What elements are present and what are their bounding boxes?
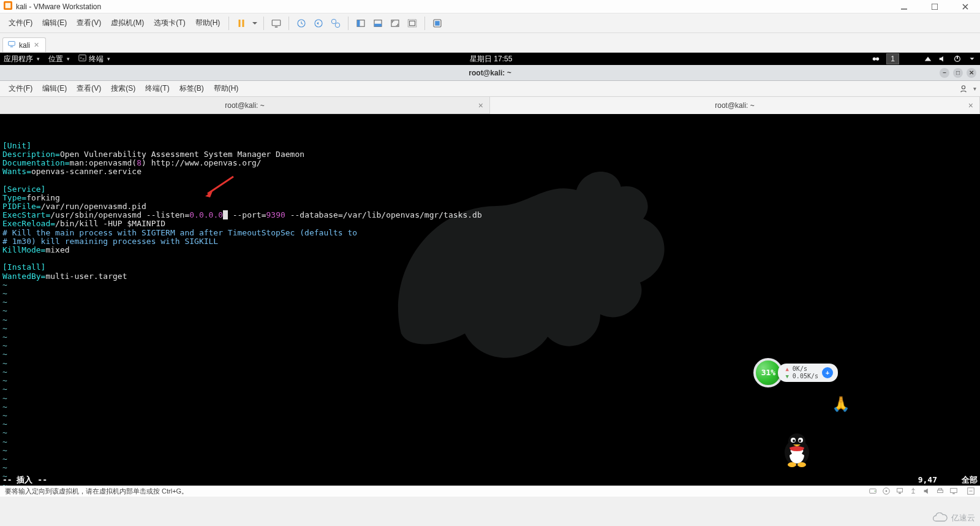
device-printer-icon[interactable] xyxy=(936,487,944,497)
term-menu-help[interactable]: 帮助(H) xyxy=(209,81,244,96)
kali-places-menu[interactable]: 位置▾ xyxy=(48,54,70,64)
cloud-icon xyxy=(932,513,949,524)
status-menu-button[interactable] xyxy=(967,487,975,497)
separator-icon xyxy=(228,17,229,30)
svg-rect-6 xyxy=(273,20,281,25)
svg-point-24 xyxy=(873,57,876,60)
svg-rect-46 xyxy=(951,488,957,492)
tray-dropdown-icon[interactable] xyxy=(968,55,976,63)
speed-monitor-widget[interactable]: 31% ▲ 0K/s ▼ 0.05K/s + 🙏 xyxy=(753,358,838,387)
watermark-logo: 亿速云 xyxy=(932,513,975,524)
term-menu-file[interactable]: 文件(F) xyxy=(4,81,37,96)
menu-help[interactable]: 帮助(H) xyxy=(190,15,225,31)
send-ctrl-alt-del-button[interactable] xyxy=(268,15,285,32)
term-menu-search[interactable]: 搜索(S) xyxy=(106,81,140,96)
menu-file[interactable]: 文件(F) xyxy=(4,15,37,31)
svg-point-41 xyxy=(886,490,888,492)
kali-clock[interactable]: 星期日 17:55 xyxy=(470,54,512,64)
svg-rect-17 xyxy=(410,21,415,26)
tray-network-icon[interactable] xyxy=(924,55,932,63)
kali-window-close-button[interactable]: ✕ xyxy=(967,68,976,78)
snapshot-take-button[interactable] xyxy=(293,15,310,32)
monitor-icon xyxy=(8,40,15,50)
svg-rect-7 xyxy=(275,26,278,28)
qq-penguin-icon[interactable] xyxy=(758,421,797,460)
term-menu-edit[interactable]: 编辑(E) xyxy=(37,81,72,96)
close-tab-button[interactable]: ✕ xyxy=(34,41,39,49)
menu-view[interactable]: 查看(V) xyxy=(72,15,106,31)
window-close-button[interactable] xyxy=(953,1,978,13)
device-display-icon[interactable] xyxy=(949,487,958,497)
tray-record-icon[interactable] xyxy=(872,55,880,63)
annotation-arrow-icon xyxy=(185,167,216,189)
term-profile-button[interactable] xyxy=(957,83,970,95)
menu-tabs[interactable]: 选项卡(T) xyxy=(149,15,190,31)
kali-terminal-menu[interactable]: 终端▾ xyxy=(78,54,110,64)
terminal-tab-2-active[interactable]: root@kali: ~ × xyxy=(490,97,980,114)
term-menu-view[interactable]: 查看(V) xyxy=(72,81,106,96)
svg-point-28 xyxy=(962,85,965,88)
kali-apps-menu[interactable]: 应用程序▾ xyxy=(4,54,40,64)
device-hdd-icon[interactable] xyxy=(869,487,877,497)
kali-window-maximize-button[interactable]: □ xyxy=(953,68,963,78)
tray-workspace-indicator[interactable]: 1 xyxy=(886,53,899,64)
kali-terminal-menu-bar: 文件(F) 编辑(E) 查看(V) 搜索(S) 终端(T) 标签(B) 帮助(H… xyxy=(0,81,980,97)
pause-button[interactable] xyxy=(233,15,250,32)
svg-rect-23 xyxy=(79,55,86,61)
svg-point-34 xyxy=(793,440,795,442)
svg-rect-5 xyxy=(243,20,244,27)
svg-point-10 xyxy=(332,19,337,24)
separator-icon xyxy=(348,17,349,30)
terminal-tab-1[interactable]: root@kali: ~ × xyxy=(0,97,490,114)
chevron-down-icon[interactable]: ▾ xyxy=(973,85,976,92)
kali-window-titlebar[interactable]: root@kali: ~ – □ ✕ xyxy=(0,65,980,81)
device-usb-icon[interactable] xyxy=(909,487,918,497)
kali-top-bar: 应用程序▾ 位置▾ 终端▾ 星期日 17:55 1 xyxy=(0,53,980,65)
svg-point-25 xyxy=(876,57,879,60)
vmware-title-bar: kali - VMware Workstation xyxy=(0,0,980,13)
kali-dragon-icon xyxy=(350,132,669,390)
svg-rect-42 xyxy=(897,488,903,492)
view-fullscreen-button[interactable] xyxy=(404,15,421,32)
device-cd-icon[interactable] xyxy=(882,487,891,497)
term-menu-terminal[interactable]: 终端(T) xyxy=(140,81,174,96)
tray-power-icon[interactable] xyxy=(953,55,962,63)
close-icon[interactable]: × xyxy=(478,101,483,110)
kali-window-title-text: root@kali: ~ xyxy=(469,69,511,77)
vm-tab-kali[interactable]: kali ✕ xyxy=(2,37,46,52)
svg-rect-2 xyxy=(901,9,907,10)
snapshot-manager-button[interactable] xyxy=(327,15,344,32)
menu-vm[interactable]: 虚拟机(M) xyxy=(106,15,149,31)
svg-rect-21 xyxy=(9,42,15,46)
vim-extent: 全部 xyxy=(962,476,978,484)
menu-edit[interactable]: 编辑(E) xyxy=(37,15,72,31)
view-single-button[interactable] xyxy=(352,15,369,32)
svg-rect-22 xyxy=(10,47,13,47)
svg-rect-13 xyxy=(357,20,360,26)
term-menu-tabs[interactable]: 标签(B) xyxy=(175,81,209,96)
svg-rect-3 xyxy=(932,4,938,10)
vmware-title-text: kali - VMware Workstation xyxy=(16,2,101,11)
svg-rect-4 xyxy=(239,20,241,27)
device-net-icon[interactable] xyxy=(895,487,904,497)
kali-terminal-tabs: root@kali: ~ × root@kali: ~ × xyxy=(0,97,980,114)
view-stretch-button[interactable] xyxy=(386,15,404,32)
tray-volume-icon[interactable] xyxy=(938,55,947,63)
view-console-button[interactable] xyxy=(369,15,386,32)
close-icon[interactable]: × xyxy=(968,101,973,110)
vim-cursor-pos: 9,47 xyxy=(918,476,937,484)
unity-mode-button[interactable] xyxy=(429,15,446,32)
monitor-download: 0.05K/s xyxy=(793,373,818,379)
window-maximize-button[interactable] xyxy=(922,1,947,13)
device-sound-icon[interactable] xyxy=(922,487,931,497)
svg-point-36 xyxy=(788,462,796,467)
vm-tab-label: kali xyxy=(19,41,30,50)
power-dropdown-button[interactable] xyxy=(250,15,260,32)
snapshot-revert-button[interactable] xyxy=(310,15,327,32)
kali-window-minimize-button[interactable]: – xyxy=(940,68,949,78)
svg-rect-45 xyxy=(938,488,941,490)
svg-rect-47 xyxy=(952,493,955,494)
monitor-expand-button[interactable]: + xyxy=(822,367,833,378)
vim-editor-buffer[interactable]: [Unit] Description=Open Vulnerability As… xyxy=(0,114,980,486)
window-minimize-button[interactable] xyxy=(892,1,916,13)
